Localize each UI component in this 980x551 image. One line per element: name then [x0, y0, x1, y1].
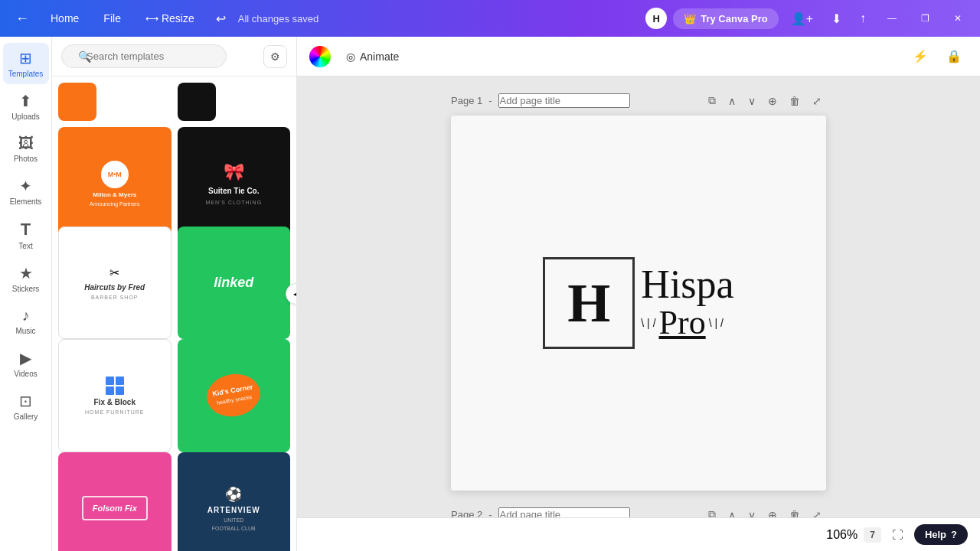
page2-copy-button[interactable]: ⊕ — [763, 507, 782, 518]
publish-button[interactable]: ↑ — [854, 8, 872, 28]
page-2-container: Page 2 - ⧉ ∧ ∨ ⊕ 🗑 ⤢ — [451, 506, 826, 517]
minimize-button[interactable]: — — [878, 7, 906, 30]
try-canva-pro-button[interactable]: 👑 Try Canva Pro — [673, 8, 778, 29]
resize-icon: ⟷ — [145, 13, 158, 24]
download-button[interactable]: ⬇ — [825, 8, 848, 29]
hispa-line2-wrapper: \ | / Pro \ | / — [641, 305, 733, 341]
close-button[interactable]: ✕ — [945, 7, 971, 30]
canvas-scroll[interactable]: Page 1 - ⧉ ∧ ∨ ⊕ 🗑 ⤢ H — [297, 77, 980, 517]
lock-button[interactable]: 🔒 — [940, 46, 968, 67]
bowtie-icon: 🎀 — [224, 162, 244, 182]
fullscreen-button[interactable]: ⛶ — [887, 525, 908, 544]
suiten-title: Suiten Tie Co. — [208, 187, 260, 195]
sidebar-label-elements: Elements — [10, 197, 42, 206]
sidebar-item-uploads[interactable]: ⬆ Uploads — [3, 86, 49, 127]
sidebar-item-photos[interactable]: 🖼 Photos — [3, 129, 49, 169]
haircuts-subtitle: BARBER SHOP — [91, 295, 139, 300]
template-card-suiten[interactable]: 🎀 Suiten Tie Co. MEN'S CLOTHING — [178, 127, 291, 240]
sidebar-item-text[interactable]: T Text — [3, 214, 49, 256]
sidebar-label-gallery: Gallery — [14, 412, 38, 421]
page-1-title-input[interactable] — [498, 93, 630, 108]
search-input-wrap: 🔍 — [61, 44, 257, 68]
share-profiles-button[interactable]: 👤+ — [785, 8, 819, 29]
kids-bubble: Kid's Cornerhealthy snacks — [204, 370, 263, 421]
page-1-container: Page 1 - ⧉ ∧ ∨ ⊕ 🗑 ⤢ H — [451, 92, 826, 491]
template-card-artenview[interactable]: ⚽ ARTENVIEW UNITED FOOTBALL CLUB — [178, 452, 291, 552]
magic-wand-button[interactable]: ⚡ — [906, 46, 934, 67]
sidebar-item-elements[interactable]: ✦ Elements — [3, 171, 49, 212]
sidebar-item-stickers[interactable]: ★ Stickers — [3, 258, 49, 299]
sidebar-label-stickers: Stickers — [12, 285, 40, 293]
back-button[interactable]: ← — [9, 8, 35, 30]
template-card-fix-block[interactable]: Fix & Block HOME FURNITURE — [58, 339, 172, 452]
topbar: ← Home File ⟷ Resize ↩ All changes saved… — [0, 0, 980, 37]
search-icon: 🔍 — [78, 51, 91, 63]
mm-circle: M•M — [101, 161, 129, 188]
canvas-toolbar: ◎ Animate ⚡ 🔒 — [297, 37, 980, 77]
file-button[interactable]: File — [94, 8, 130, 29]
page-1-label-row: Page 1 - ⧉ ∧ ∨ ⊕ 🗑 ⤢ — [451, 92, 826, 109]
page-2-label-row: Page 2 - ⧉ ∧ ∨ ⊕ 🗑 ⤢ — [451, 506, 826, 517]
template-card-mm[interactable]: M•M Milton & Myers Announcing Partners — [58, 127, 172, 240]
page-1-separator: - — [488, 95, 492, 106]
template-card-kids-corner[interactable]: Kid's Cornerhealthy snacks — [178, 339, 291, 452]
home-button[interactable]: Home — [41, 8, 88, 29]
music-icon: ♪ — [22, 307, 30, 324]
haircuts-title: Haircuts by Fred — [84, 283, 145, 292]
page-copy-button[interactable]: ⊕ — [763, 93, 782, 109]
page-expand-button[interactable]: ⤢ — [808, 93, 826, 109]
maximize-button[interactable]: ❐ — [912, 7, 939, 30]
elements-icon: ✦ — [19, 177, 32, 195]
mm-title: Milton & Myers — [93, 191, 136, 198]
resize-button[interactable]: ⟷ Resize — [136, 8, 204, 29]
zoom-level: 106% — [826, 528, 858, 542]
hispa-text-block: Hispa \ | / Pro \ | / — [635, 265, 733, 341]
stickers-icon: ★ — [19, 264, 33, 282]
photos-icon: 🖼 — [18, 135, 34, 152]
page2-duplicate-button[interactable]: ⧉ — [704, 506, 720, 517]
page-delete-button[interactable]: 🗑 — [785, 93, 805, 109]
hispa-line2: Pro — [659, 305, 706, 341]
canvas-page-1[interactable]: H Hispa \ | / Pro \ | / — [451, 116, 826, 491]
canvas-area: ◎ Animate ⚡ 🔒 Page 1 - ⧉ ∧ ∨ — [297, 37, 980, 551]
page-2-title-input[interactable] — [498, 507, 630, 517]
page-nav-up-button[interactable]: ∧ — [724, 93, 740, 109]
gallery-icon: ⊡ — [19, 392, 32, 410]
template-card-linked[interactable]: linked — [178, 227, 291, 340]
animate-button[interactable]: ◎ Animate — [340, 47, 405, 66]
help-button[interactable]: Help ? — [914, 524, 968, 545]
page2-nav-up-button[interactable]: ∧ — [724, 507, 740, 518]
scissors-icon: ✂ — [109, 266, 119, 280]
sidebar-item-music[interactable]: ♪ Music — [3, 301, 49, 341]
templates-icon: ⊞ — [19, 49, 32, 67]
template-card-partial1[interactable] — [58, 83, 96, 121]
deco-marks-right: \ | / — [709, 317, 724, 329]
main-layout: ⊞ Templates ⬆ Uploads 🖼 Photos ✦ Element… — [0, 37, 980, 551]
page-2-controls: ⧉ ∧ ∨ ⊕ 🗑 ⤢ — [704, 506, 826, 517]
sidebar-item-templates[interactable]: ⊞ Templates — [3, 43, 49, 84]
fix-block-subtitle: HOME FURNITURE — [85, 409, 144, 415]
page-2-separator: - — [488, 509, 492, 517]
template-card-partial2[interactable] — [178, 83, 216, 121]
toolbar-right: ⚡ 🔒 — [906, 46, 968, 67]
sidebar-item-gallery[interactable]: ⊡ Gallery — [3, 386, 49, 427]
page2-delete-button[interactable]: 🗑 — [785, 507, 805, 518]
color-wheel[interactable] — [309, 46, 331, 67]
page-nav-down-button[interactable]: ∨ — [743, 93, 760, 109]
sidebar-label-photos: Photos — [14, 155, 38, 163]
undo-button[interactable]: ↩ — [210, 8, 232, 29]
text-icon: T — [21, 220, 31, 240]
letter-box: H — [543, 257, 635, 349]
template-card-haircuts[interactable]: ✂ Haircuts by Fred BARBER SHOP — [58, 227, 172, 340]
kids-corner-text: Kid's Cornerhealthy snacks — [212, 383, 256, 408]
page2-expand-button[interactable]: ⤢ — [808, 507, 826, 518]
bottom-bar: 106% 7 ⛶ Help ? — [297, 517, 980, 551]
page2-nav-down-button[interactable]: ∨ — [743, 507, 760, 518]
sidebar-item-videos[interactable]: ▶ Videos — [3, 343, 49, 384]
user-badge[interactable]: H — [645, 8, 667, 29]
saved-status: All changes saved — [238, 13, 640, 24]
help-icon: ? — [951, 529, 957, 540]
page-duplicate-button[interactable]: ⧉ — [704, 92, 720, 109]
template-card-folsom[interactable]: Folsom Fix — [58, 452, 172, 552]
filter-button[interactable]: ⚙ — [263, 45, 287, 68]
